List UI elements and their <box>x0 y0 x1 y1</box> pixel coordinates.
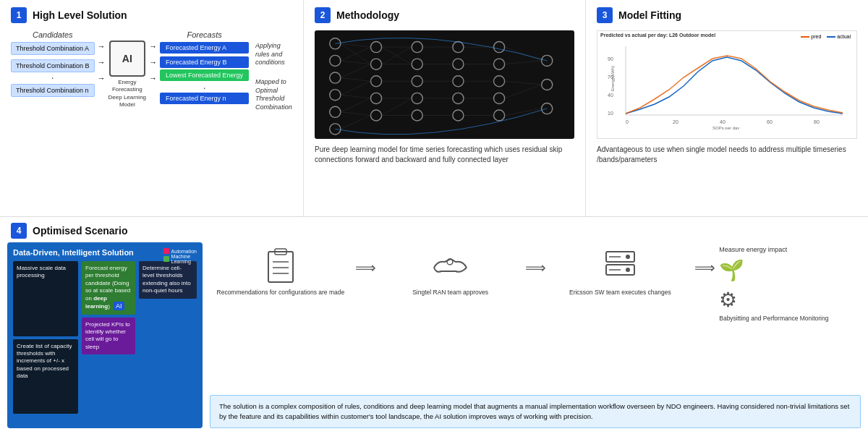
section3-number: 3 <box>597 7 613 23</box>
ai-icon: AI <box>109 41 145 77</box>
blue-col1-box2: Create list of capacity thresholds with … <box>13 339 78 414</box>
main-container: 1 High Level Solution Candidates Thresho… <box>0 0 868 434</box>
svg-rect-0 <box>315 33 574 136</box>
section3: 3 Model Fitting Predicted vs actual per … <box>586 0 868 216</box>
green-text-suffix: ) <box>108 303 110 310</box>
forecasts-col: Forecasts Forecasted Energy A Forecasted… <box>160 30 249 104</box>
step3-label: Ericsson SW team executes changes <box>569 289 671 297</box>
blue-purple-box: Projected KPIs to identify whether cell … <box>82 318 135 355</box>
candidate-b: Threshold Combination B <box>11 59 95 72</box>
blue-col1: Massive scale data processing Create lis… <box>13 261 78 414</box>
svg-rect-78 <box>268 252 293 282</box>
step3: Ericsson SW team executes changes <box>550 246 692 297</box>
arrow5: → <box>149 58 157 67</box>
blue-green-box: Forecast energy per threshold candidate … <box>82 261 135 315</box>
arrow-3-4: ⟹ <box>694 259 715 276</box>
section2-description: Pure deep learning model for time series… <box>315 145 574 165</box>
bottom-description: The solution is a complex composition of… <box>210 395 861 429</box>
automation-legend: Automation MachineLearning <box>163 248 197 264</box>
svg-point-86 <box>626 255 630 259</box>
blue-col1-box1: Massive scale data processing <box>13 261 78 336</box>
blue-col2: Forecast energy per threshold candidate … <box>82 261 135 414</box>
clipboard-icon <box>260 246 300 286</box>
rules-text: Applying rules and conditions <box>255 42 292 67</box>
chart-area: Predicted vs actual per day: L26 Outdoor… <box>597 30 857 139</box>
settings-icon: ⚙ <box>719 288 737 312</box>
arrow-2-3: ⟹ <box>525 259 546 276</box>
candidates-col: Candidates Threshold Combination A Thres… <box>11 30 95 97</box>
ai-box: AI EnergyForecastingDeep LearningModel <box>109 41 146 109</box>
forecast-n: Forecasted Energy n <box>160 93 249 104</box>
forecast-b: Forecasted Energy B <box>160 56 249 68</box>
svg-text:Energy(kWh): Energy(kWh) <box>610 66 615 91</box>
section2-number: 2 <box>315 7 331 23</box>
step1-label: Recommendations for configurations are m… <box>217 289 345 297</box>
candidate-a: Threshold Combination A <box>11 42 95 55</box>
nn-diagram <box>315 30 574 139</box>
arrow-1-2: ⟹ <box>355 259 376 276</box>
section1-title: High Level Solution <box>33 9 127 21</box>
lowest-forecast: Lowest Forecasted Energy <box>160 69 249 81</box>
svg-text:0: 0 <box>626 119 629 124</box>
handshake-icon <box>430 246 470 286</box>
step1: Recommendations for configurations are m… <box>210 246 352 297</box>
bottom-half: 4 Optimised Scenario Data-Driven, Intell… <box>0 217 868 434</box>
section4-number: 4 <box>11 223 27 239</box>
forecasts-label: Forecasts <box>160 30 249 39</box>
blue-intelligent-box: Data-Driven, Intelligent Solution Automa… <box>7 242 203 428</box>
forecast-dot: · <box>160 82 249 93</box>
section1: 1 High Level Solution Candidates Thresho… <box>0 0 304 216</box>
step2-label: Singtel RAN team approves <box>412 289 488 297</box>
ai-label: EnergyForecastingDeep LearningModel <box>109 79 146 109</box>
blue-inner: Massive scale data processing Create lis… <box>13 261 197 414</box>
blue-col3-box: Determine cell-level thresholds extendin… <box>139 261 197 299</box>
svg-text:60: 60 <box>767 119 773 124</box>
svg-point-87 <box>626 268 630 272</box>
section3-header: 3 Model Fitting <box>597 7 857 23</box>
workflow-steps: Recommendations for configurations are m… <box>210 246 861 323</box>
section2-title: Methodology <box>336 9 399 21</box>
s1-rules: Applying rules and conditions Mapped to … <box>255 42 292 112</box>
svg-text:20: 20 <box>673 119 678 124</box>
mapped-text: Mapped to OptimalThreshold Combination <box>255 78 292 112</box>
section4-header: 4 Optimised Scenario <box>0 217 868 239</box>
section2-header: 2 Methodology <box>315 7 574 23</box>
svg-text:40: 40 <box>608 93 613 98</box>
bottom-wrapper: 4 Optimised Scenario Data-Driven, Intell… <box>0 217 868 434</box>
candidate-dot: · <box>11 72 95 82</box>
green-text-prefix: Forecast energy per threshold candidate … <box>85 265 130 302</box>
step4-bottom-label: Babysitting and Performance Monitoring <box>719 315 828 323</box>
svg-text:90: 90 <box>608 56 613 61</box>
arrow1: → <box>98 42 106 51</box>
step4: Measure energy impact 🌱 ⚙ Babysitting an… <box>719 246 861 323</box>
chart-legend: pred actual <box>801 34 851 39</box>
candidates-label: Candidates <box>11 30 95 39</box>
blue-col3: Determine cell-level thresholds extendin… <box>139 261 197 414</box>
arrow3: → <box>98 74 106 82</box>
section2: 2 Methodology <box>304 0 586 216</box>
leaf-icon: 🌱 <box>719 258 744 282</box>
candidate-n: Threshold Combination n <box>11 84 95 97</box>
server-icon <box>600 246 640 286</box>
section3-title: Model Fitting <box>618 9 681 21</box>
arrow4: → <box>149 42 157 51</box>
step2: Singtel RAN team approves <box>380 246 522 297</box>
svg-text:SOPs per day: SOPs per day <box>712 126 739 129</box>
svg-text:10: 10 <box>608 111 613 116</box>
section1-number: 1 <box>11 7 27 23</box>
workflow-area: Recommendations for configurations are m… <box>210 242 861 428</box>
top-half: 1 High Level Solution Candidates Thresho… <box>0 0 868 217</box>
section1-header: 1 High Level Solution <box>11 7 292 23</box>
forecast-a: Forecasted Energy A <box>160 42 249 54</box>
svg-text:80: 80 <box>814 119 820 124</box>
right-arrows: → → → <box>149 42 157 82</box>
section4-title: Optimised Scenario <box>33 225 127 237</box>
svg-text:40: 40 <box>720 119 726 124</box>
section3-description: Advantageous to use when single model ne… <box>597 145 857 165</box>
left-arrows: → → → <box>98 42 106 82</box>
bottom-content: Data-Driven, Intelligent Solution Automa… <box>0 242 868 434</box>
arrow6: → <box>149 74 157 82</box>
arrow2: → <box>98 58 106 67</box>
step4-top-label: Measure energy impact <box>719 246 787 253</box>
